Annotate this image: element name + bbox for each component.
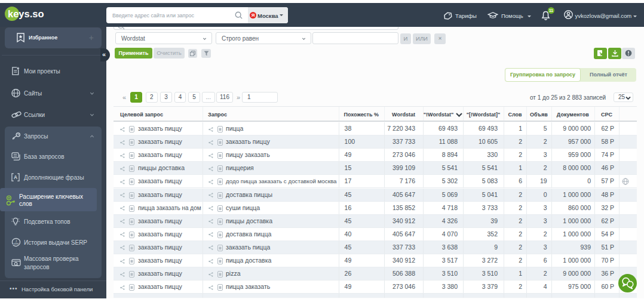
svg-text:J: J [16, 240, 17, 243]
svg-text:SERP: SERP [13, 243, 19, 245]
svg-text:A: A [14, 174, 17, 180]
